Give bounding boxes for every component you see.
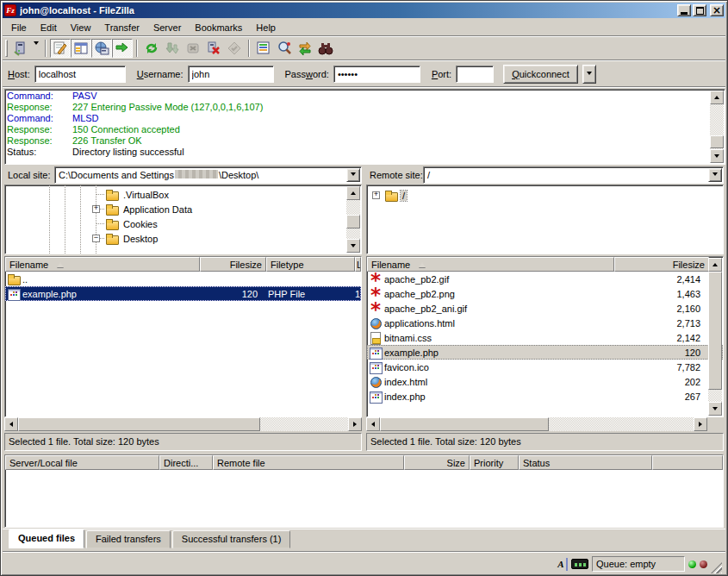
synchronized-browsing-button[interactable]: [295, 39, 315, 58]
log-scrollbar[interactable]: [710, 91, 724, 163]
file-row-selected[interactable]: example.php 120: [367, 345, 723, 360]
quickconnect-dropdown-button[interactable]: [582, 65, 596, 84]
directory-comparison-button[interactable]: [274, 39, 295, 58]
scrollbar-thumb[interactable]: [18, 417, 260, 431]
scroll-up-button[interactable]: [708, 258, 722, 272]
file-row[interactable]: apache_pb2.gif 2,414: [367, 272, 723, 286]
toolbar-grip[interactable]: [5, 40, 8, 57]
remote-site-dropdown-button[interactable]: [708, 168, 722, 182]
refresh-button[interactable]: [141, 39, 162, 58]
file-row[interactable]: applications.html 2,713: [367, 316, 723, 330]
scrollbar-thumb[interactable]: [708, 272, 722, 390]
filezilla-logo-icon: Fz: [4, 4, 16, 16]
file-row[interactable]: bitnami.css 2,142: [367, 330, 723, 345]
tree-item[interactable]: Application Data: [5, 202, 361, 216]
close-button[interactable]: ×: [710, 4, 724, 16]
host-input[interactable]: [34, 66, 126, 83]
file-row-parent-dir[interactable]: ..: [5, 272, 361, 286]
tree-item[interactable]: Cookies: [5, 216, 361, 231]
local-site-combobox[interactable]: C:\Documents and Settings\Desktop\: [54, 166, 362, 184]
tree-item-label[interactable]: Cookies: [121, 219, 159, 229]
scroll-down-button[interactable]: [710, 149, 724, 163]
file-row[interactable]: index.html 202: [367, 374, 723, 389]
column-header-lastmodified[interactable]: L: [355, 257, 361, 272]
scroll-right-button[interactable]: [694, 417, 707, 431]
tree-item[interactable]: .VirtualBox: [5, 187, 361, 202]
scroll-down-button[interactable]: [708, 402, 722, 416]
scrollbar-thumb[interactable]: [346, 215, 360, 229]
column-header-server-local-file[interactable]: Server/Local file: [5, 455, 159, 470]
local-site-dropdown-button[interactable]: [346, 168, 360, 182]
column-header-filesize[interactable]: Filesize: [200, 257, 266, 272]
toggle-local-treeview-button[interactable]: [71, 39, 91, 58]
menu-edit[interactable]: Edit: [34, 21, 64, 34]
disconnect-button[interactable]: [203, 39, 224, 58]
tree-item-label[interactable]: Desktop: [121, 234, 159, 244]
username-input[interactable]: [188, 66, 274, 83]
menu-bookmarks[interactable]: Bookmarks: [188, 21, 249, 34]
scrollbar-thumb[interactable]: [380, 417, 549, 431]
tree-item-label[interactable]: .VirtualBox: [121, 190, 171, 200]
minimize-button[interactable]: [677, 4, 691, 16]
scrollbar-thumb[interactable]: [710, 135, 724, 148]
maximize-button[interactable]: [693, 4, 706, 16]
port-input[interactable]: [456, 66, 494, 83]
menu-transfer[interactable]: Transfer: [97, 21, 146, 34]
password-input[interactable]: [333, 66, 420, 83]
tree-item-label[interactable]: Application Data: [121, 204, 194, 215]
scroll-right-button[interactable]: [348, 417, 362, 431]
scroll-down-button[interactable]: [346, 239, 360, 253]
quickconnect-button[interactable]: Quickconnect: [503, 65, 578, 84]
scroll-left-button[interactable]: [4, 417, 18, 431]
local-tree-scrollbar[interactable]: [346, 186, 360, 253]
column-header-direction[interactable]: Directi...: [159, 455, 213, 470]
toggle-remote-treeview-button[interactable]: [91, 39, 112, 58]
menu-help[interactable]: Help: [249, 21, 283, 34]
scroll-up-button[interactable]: [346, 186, 360, 200]
process-queue-button[interactable]: [162, 39, 183, 58]
file-row[interactable]: index.php 267: [367, 389, 723, 404]
toggle-transfer-queue-button[interactable]: [112, 39, 133, 58]
remote-hscrollbar[interactable]: [366, 417, 707, 431]
reconnect-button[interactable]: [224, 39, 245, 58]
column-header-filesize[interactable]: Filesize: [614, 257, 709, 272]
tab-successful-transfers[interactable]: Successful transfers (1): [172, 530, 291, 548]
file-row[interactable]: apache_pb2_ani.gif 2,160: [367, 301, 723, 316]
remote-list-scrollbar[interactable]: [708, 258, 722, 416]
column-header-priority[interactable]: Priority: [470, 455, 519, 470]
scroll-up-button[interactable]: [710, 91, 724, 104]
local-hscrollbar[interactable]: [4, 417, 362, 431]
tree-expander[interactable]: [92, 235, 100, 242]
speed-limit-indicator-icon[interactable]: [571, 559, 588, 569]
column-header-size[interactable]: Size: [404, 455, 470, 470]
tree-item[interactable]: Desktop: [5, 231, 361, 246]
toggle-message-log-button[interactable]: [50, 39, 71, 58]
site-manager-button[interactable]: [10, 39, 31, 58]
column-header-filename[interactable]: Filename: [5, 257, 200, 272]
tree-connector: [96, 223, 104, 224]
tree-item-label[interactable]: /: [401, 191, 407, 201]
site-manager-dropdown-button[interactable]: [31, 39, 41, 58]
menu-file[interactable]: File: [4, 21, 34, 34]
menu-view[interactable]: View: [64, 21, 98, 34]
tree-item-root[interactable]: /: [367, 188, 723, 203]
menu-server[interactable]: Server: [146, 21, 188, 34]
column-header-remote-file[interactable]: Remote file: [213, 455, 404, 470]
tree-expander[interactable]: [92, 205, 100, 213]
column-header-filename[interactable]: Filename: [367, 257, 614, 272]
find-files-button[interactable]: [315, 39, 336, 58]
cancel-button[interactable]: [183, 39, 203, 58]
file-row[interactable]: apache_pb2.png 1,463: [367, 286, 723, 301]
tab-failed-transfers[interactable]: Failed transfers: [86, 530, 171, 548]
tree-expander[interactable]: [372, 191, 380, 199]
directory-listing-filters-button[interactable]: [253, 39, 274, 58]
transfer-type-indicator-icon[interactable]: A: [556, 558, 568, 571]
column-header-filetype[interactable]: Filetype: [266, 257, 355, 272]
resize-grip[interactable]: [711, 562, 722, 573]
remote-site-combobox[interactable]: /: [423, 166, 724, 184]
column-header-status[interactable]: Status: [519, 455, 652, 470]
file-row[interactable]: favicon.ico 7,782: [367, 360, 723, 374]
scroll-left-button[interactable]: [366, 417, 380, 431]
file-row-selected[interactable]: example.php 120 PHP File 1: [5, 286, 361, 301]
tab-queued-files[interactable]: Queued files: [9, 529, 84, 548]
